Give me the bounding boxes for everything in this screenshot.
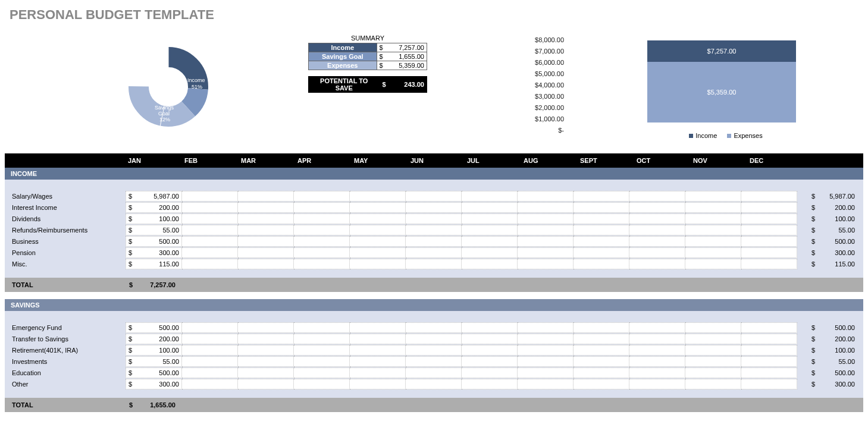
data-cell[interactable] xyxy=(182,334,238,344)
data-cell[interactable] xyxy=(406,247,462,258)
data-cell[interactable] xyxy=(350,367,406,378)
data-cell[interactable] xyxy=(629,356,685,367)
data-cell[interactable] xyxy=(741,225,797,235)
data-cell[interactable] xyxy=(294,367,350,378)
data-cell[interactable] xyxy=(518,367,574,378)
data-cell[interactable] xyxy=(294,345,350,356)
data-cell[interactable]: $300.00 xyxy=(126,247,182,258)
data-cell[interactable] xyxy=(462,191,518,202)
data-cell[interactable] xyxy=(182,345,238,356)
data-cell[interactable] xyxy=(741,259,797,269)
data-cell[interactable] xyxy=(574,379,629,389)
data-cell[interactable] xyxy=(685,367,741,378)
data-cell[interactable] xyxy=(518,213,574,224)
data-cell[interactable] xyxy=(518,247,574,258)
data-cell[interactable] xyxy=(238,236,294,247)
data-cell[interactable] xyxy=(518,322,574,333)
data-cell[interactable] xyxy=(294,213,350,224)
data-cell[interactable] xyxy=(741,236,797,247)
data-cell[interactable] xyxy=(238,345,294,356)
data-cell[interactable] xyxy=(294,202,350,213)
data-cell[interactable]: $5,987.00 xyxy=(126,191,182,202)
data-cell[interactable] xyxy=(406,191,462,202)
data-cell[interactable]: $115.00 xyxy=(126,259,182,269)
data-cell[interactable] xyxy=(741,345,797,356)
data-cell[interactable] xyxy=(629,247,685,258)
data-cell[interactable] xyxy=(406,379,462,389)
data-cell[interactable] xyxy=(294,379,350,389)
data-cell[interactable] xyxy=(350,356,406,367)
data-cell[interactable] xyxy=(685,356,741,367)
data-cell[interactable] xyxy=(350,259,406,269)
data-cell[interactable] xyxy=(741,191,797,202)
data-cell[interactable] xyxy=(238,191,294,202)
data-cell[interactable] xyxy=(182,322,238,333)
data-cell[interactable]: $55.00 xyxy=(126,356,182,367)
data-cell[interactable] xyxy=(462,356,518,367)
data-cell[interactable] xyxy=(182,259,238,269)
data-cell[interactable] xyxy=(406,322,462,333)
data-cell[interactable] xyxy=(518,356,574,367)
data-cell[interactable]: $100.00 xyxy=(126,345,182,356)
data-cell[interactable] xyxy=(406,356,462,367)
summary-income-value[interactable]: $7,257.00 xyxy=(377,43,427,52)
data-cell[interactable]: $55.00 xyxy=(126,225,182,235)
data-cell[interactable] xyxy=(574,345,629,356)
data-cell[interactable] xyxy=(406,225,462,235)
data-cell[interactable] xyxy=(238,202,294,213)
data-cell[interactable] xyxy=(294,322,350,333)
data-cell[interactable] xyxy=(629,225,685,235)
data-cell[interactable] xyxy=(629,202,685,213)
data-cell[interactable] xyxy=(741,356,797,367)
data-cell[interactable] xyxy=(629,367,685,378)
data-cell[interactable] xyxy=(238,247,294,258)
data-cell[interactable] xyxy=(574,236,629,247)
data-cell[interactable] xyxy=(629,213,685,224)
data-cell[interactable]: $500.00 xyxy=(126,367,182,378)
data-cell[interactable]: $200.00 xyxy=(126,202,182,213)
data-cell[interactable] xyxy=(238,334,294,344)
data-cell[interactable] xyxy=(350,225,406,235)
data-cell[interactable] xyxy=(182,379,238,389)
data-cell[interactable] xyxy=(685,202,741,213)
data-cell[interactable] xyxy=(685,379,741,389)
data-cell[interactable] xyxy=(685,247,741,258)
data-cell[interactable] xyxy=(406,213,462,224)
summary-expenses-value[interactable]: $5,359.00 xyxy=(377,61,427,70)
data-cell[interactable] xyxy=(350,236,406,247)
data-cell[interactable] xyxy=(462,379,518,389)
data-cell[interactable] xyxy=(741,322,797,333)
data-cell[interactable] xyxy=(294,247,350,258)
data-cell[interactable] xyxy=(350,322,406,333)
data-cell[interactable] xyxy=(629,322,685,333)
data-cell[interactable] xyxy=(462,322,518,333)
data-cell[interactable] xyxy=(574,191,629,202)
data-cell[interactable] xyxy=(685,345,741,356)
data-cell[interactable]: $200.00 xyxy=(126,334,182,344)
data-cell[interactable] xyxy=(462,236,518,247)
data-cell[interactable] xyxy=(182,213,238,224)
data-cell[interactable] xyxy=(350,213,406,224)
data-cell[interactable] xyxy=(462,213,518,224)
data-cell[interactable] xyxy=(350,247,406,258)
data-cell[interactable] xyxy=(462,345,518,356)
data-cell[interactable] xyxy=(518,236,574,247)
data-cell[interactable] xyxy=(574,225,629,235)
data-cell[interactable] xyxy=(741,367,797,378)
data-cell[interactable] xyxy=(406,345,462,356)
data-cell[interactable] xyxy=(462,202,518,213)
data-cell[interactable] xyxy=(182,191,238,202)
data-cell[interactable] xyxy=(350,191,406,202)
data-cell[interactable] xyxy=(462,367,518,378)
data-cell[interactable] xyxy=(350,379,406,389)
data-cell[interactable] xyxy=(350,334,406,344)
data-cell[interactable] xyxy=(574,322,629,333)
data-cell[interactable] xyxy=(406,334,462,344)
data-cell[interactable] xyxy=(238,259,294,269)
data-cell[interactable] xyxy=(462,225,518,235)
data-cell[interactable] xyxy=(406,236,462,247)
data-cell[interactable] xyxy=(182,367,238,378)
data-cell[interactable] xyxy=(518,345,574,356)
data-cell[interactable]: $100.00 xyxy=(126,213,182,224)
data-cell[interactable] xyxy=(238,356,294,367)
